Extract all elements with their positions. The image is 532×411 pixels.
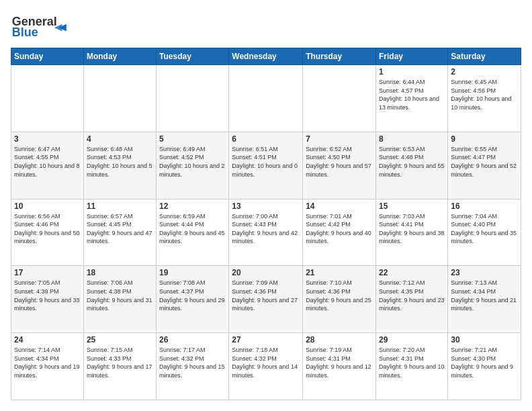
- day-number: 19: [159, 268, 226, 277]
- day-cell: 13Sunrise: 7:00 AM Sunset: 4:43 PM Dayli…: [229, 199, 303, 266]
- col-header-saturday: Saturday: [448, 48, 521, 65]
- day-info: Sunrise: 7:15 AM Sunset: 4:33 PM Dayligh…: [87, 346, 153, 379]
- day-info: Sunrise: 6:53 AM Sunset: 4:48 PM Dayligh…: [379, 145, 445, 179]
- day-info: Sunrise: 7:17 AM Sunset: 4:32 PM Dayligh…: [159, 346, 226, 379]
- col-header-wednesday: Wednesday: [229, 48, 303, 65]
- day-cell: 22Sunrise: 7:12 AM Sunset: 4:35 PM Dayli…: [376, 266, 448, 333]
- day-cell: 2Sunrise: 6:45 AM Sunset: 4:56 PM Daylig…: [448, 65, 521, 132]
- day-info: Sunrise: 7:04 AM Sunset: 4:40 PM Dayligh…: [451, 212, 518, 246]
- page: General Blue SundayMondayTuesdayWednesda…: [0, 0, 532, 411]
- day-number: 27: [232, 335, 300, 345]
- day-info: Sunrise: 7:08 AM Sunset: 4:37 PM Dayligh…: [159, 279, 226, 312]
- day-info: Sunrise: 6:47 AM Sunset: 4:55 PM Dayligh…: [14, 145, 81, 179]
- day-number: 30: [451, 335, 518, 345]
- week-row-4: 24Sunrise: 7:14 AM Sunset: 4:34 PM Dayli…: [11, 333, 521, 400]
- day-info: Sunrise: 6:57 AM Sunset: 4:45 PM Dayligh…: [87, 212, 153, 246]
- day-info: Sunrise: 7:03 AM Sunset: 4:41 PM Dayligh…: [379, 212, 445, 246]
- day-cell: 25Sunrise: 7:15 AM Sunset: 4:33 PM Dayli…: [83, 333, 156, 400]
- day-info: Sunrise: 7:06 AM Sunset: 4:38 PM Dayligh…: [87, 279, 153, 312]
- day-number: 29: [379, 335, 445, 345]
- day-info: Sunrise: 7:09 AM Sunset: 4:36 PM Dayligh…: [232, 279, 300, 312]
- day-cell: 15Sunrise: 7:03 AM Sunset: 4:41 PM Dayli…: [376, 199, 448, 266]
- col-header-sunday: Sunday: [11, 48, 84, 65]
- day-info: Sunrise: 7:18 AM Sunset: 4:32 PM Dayligh…: [232, 346, 300, 379]
- day-cell: [83, 65, 156, 132]
- day-number: 23: [451, 268, 518, 277]
- day-number: 14: [306, 201, 373, 211]
- day-info: Sunrise: 6:45 AM Sunset: 4:56 PM Dayligh…: [451, 78, 518, 111]
- day-number: 11: [87, 201, 153, 211]
- day-cell: 10Sunrise: 6:56 AM Sunset: 4:46 PM Dayli…: [11, 199, 84, 266]
- col-header-thursday: Thursday: [303, 48, 376, 65]
- day-info: Sunrise: 7:01 AM Sunset: 4:42 PM Dayligh…: [306, 212, 373, 246]
- day-cell: 29Sunrise: 7:20 AM Sunset: 4:31 PM Dayli…: [376, 333, 448, 400]
- day-info: Sunrise: 6:49 AM Sunset: 4:52 PM Dayligh…: [159, 145, 226, 179]
- day-cell: 3Sunrise: 6:47 AM Sunset: 4:55 PM Daylig…: [11, 132, 84, 199]
- day-cell: 1Sunrise: 6:44 AM Sunset: 4:57 PM Daylig…: [376, 65, 448, 132]
- day-cell: 4Sunrise: 6:48 AM Sunset: 4:53 PM Daylig…: [83, 132, 156, 199]
- day-number: 13: [232, 201, 300, 211]
- week-row-3: 17Sunrise: 7:05 AM Sunset: 4:39 PM Dayli…: [11, 266, 521, 333]
- header-row: SundayMondayTuesdayWednesdayThursdayFrid…: [11, 48, 521, 65]
- day-info: Sunrise: 7:21 AM Sunset: 4:30 PM Dayligh…: [451, 346, 518, 379]
- day-info: Sunrise: 7:05 AM Sunset: 4:39 PM Dayligh…: [14, 279, 81, 312]
- day-number: 12: [159, 201, 226, 211]
- day-info: Sunrise: 7:00 AM Sunset: 4:43 PM Dayligh…: [232, 212, 300, 246]
- day-cell: [303, 65, 376, 132]
- day-cell: 26Sunrise: 7:17 AM Sunset: 4:32 PM Dayli…: [157, 333, 229, 400]
- day-number: 7: [306, 134, 373, 144]
- calendar-table: SundayMondayTuesdayWednesdayThursdayFrid…: [11, 48, 521, 400]
- day-cell: 18Sunrise: 7:06 AM Sunset: 4:38 PM Dayli…: [83, 266, 156, 333]
- day-cell: 19Sunrise: 7:08 AM Sunset: 4:37 PM Dayli…: [157, 266, 229, 333]
- day-cell: 5Sunrise: 6:49 AM Sunset: 4:52 PM Daylig…: [157, 132, 229, 199]
- day-number: 5: [159, 134, 226, 144]
- day-cell: 8Sunrise: 6:53 AM Sunset: 4:48 PM Daylig…: [376, 132, 448, 199]
- day-info: Sunrise: 7:19 AM Sunset: 4:31 PM Dayligh…: [306, 346, 373, 379]
- logo-image: General Blue: [11, 11, 71, 41]
- day-number: 6: [232, 134, 300, 144]
- day-cell: [11, 65, 84, 132]
- day-info: Sunrise: 6:51 AM Sunset: 4:51 PM Dayligh…: [232, 145, 300, 179]
- day-number: 24: [14, 335, 81, 345]
- day-info: Sunrise: 6:56 AM Sunset: 4:46 PM Dayligh…: [14, 212, 81, 246]
- day-cell: 30Sunrise: 7:21 AM Sunset: 4:30 PM Dayli…: [448, 333, 521, 400]
- day-cell: 11Sunrise: 6:57 AM Sunset: 4:45 PM Dayli…: [83, 199, 156, 266]
- day-cell: [229, 65, 303, 132]
- day-cell: 17Sunrise: 7:05 AM Sunset: 4:39 PM Dayli…: [11, 266, 84, 333]
- day-cell: 23Sunrise: 7:13 AM Sunset: 4:34 PM Dayli…: [448, 266, 521, 333]
- day-cell: [157, 65, 229, 132]
- day-number: 8: [379, 134, 445, 144]
- day-cell: 24Sunrise: 7:14 AM Sunset: 4:34 PM Dayli…: [11, 333, 84, 400]
- day-info: Sunrise: 6:59 AM Sunset: 4:44 PM Dayligh…: [159, 212, 226, 246]
- day-number: 15: [379, 201, 445, 211]
- day-number: 3: [14, 134, 81, 144]
- day-info: Sunrise: 7:13 AM Sunset: 4:34 PM Dayligh…: [451, 279, 518, 312]
- day-cell: 9Sunrise: 6:55 AM Sunset: 4:47 PM Daylig…: [448, 132, 521, 199]
- day-number: 16: [451, 201, 518, 211]
- logo: General Blue: [11, 11, 71, 41]
- day-info: Sunrise: 6:48 AM Sunset: 4:53 PM Dayligh…: [87, 145, 153, 179]
- day-info: Sunrise: 6:44 AM Sunset: 4:57 PM Dayligh…: [379, 78, 445, 111]
- day-cell: 14Sunrise: 7:01 AM Sunset: 4:42 PM Dayli…: [303, 199, 376, 266]
- day-cell: 6Sunrise: 6:51 AM Sunset: 4:51 PM Daylig…: [229, 132, 303, 199]
- day-number: 18: [87, 268, 153, 277]
- day-number: 20: [232, 268, 300, 277]
- col-header-tuesday: Tuesday: [157, 48, 229, 65]
- day-info: Sunrise: 7:10 AM Sunset: 4:36 PM Dayligh…: [306, 279, 373, 312]
- day-cell: 16Sunrise: 7:04 AM Sunset: 4:40 PM Dayli…: [448, 199, 521, 266]
- day-number: 4: [87, 134, 153, 144]
- day-number: 21: [306, 268, 373, 277]
- day-number: 26: [159, 335, 226, 345]
- day-cell: 12Sunrise: 6:59 AM Sunset: 4:44 PM Dayli…: [157, 199, 229, 266]
- day-cell: 27Sunrise: 7:18 AM Sunset: 4:32 PM Dayli…: [229, 333, 303, 400]
- day-info: Sunrise: 7:12 AM Sunset: 4:35 PM Dayligh…: [379, 279, 445, 312]
- day-number: 22: [379, 268, 445, 277]
- day-cell: 7Sunrise: 6:52 AM Sunset: 4:50 PM Daylig…: [303, 132, 376, 199]
- day-info: Sunrise: 7:14 AM Sunset: 4:34 PM Dayligh…: [14, 346, 81, 379]
- week-row-1: 3Sunrise: 6:47 AM Sunset: 4:55 PM Daylig…: [11, 132, 521, 199]
- col-header-friday: Friday: [376, 48, 448, 65]
- svg-marker-3: [58, 24, 66, 32]
- day-info: Sunrise: 6:55 AM Sunset: 4:47 PM Dayligh…: [451, 145, 518, 179]
- day-number: 17: [14, 268, 81, 277]
- day-number: 1: [379, 67, 445, 77]
